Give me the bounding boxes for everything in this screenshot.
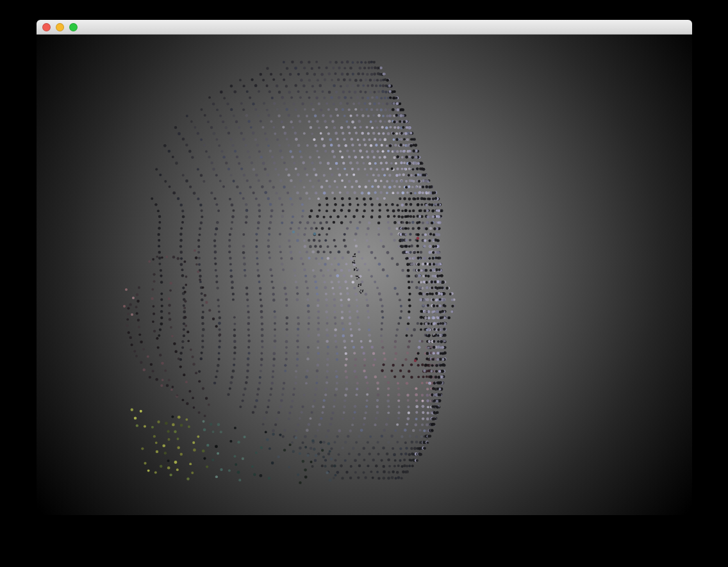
point-cloud-canvas[interactable]: [37, 35, 692, 515]
maximize-button[interactable]: [69, 23, 78, 31]
close-button[interactable]: [42, 23, 51, 31]
app-window: [37, 20, 692, 515]
viewport[interactable]: [37, 35, 692, 515]
window-titlebar[interactable]: [37, 20, 692, 35]
desktop-background: [0, 0, 728, 567]
minimize-button[interactable]: [56, 23, 64, 31]
